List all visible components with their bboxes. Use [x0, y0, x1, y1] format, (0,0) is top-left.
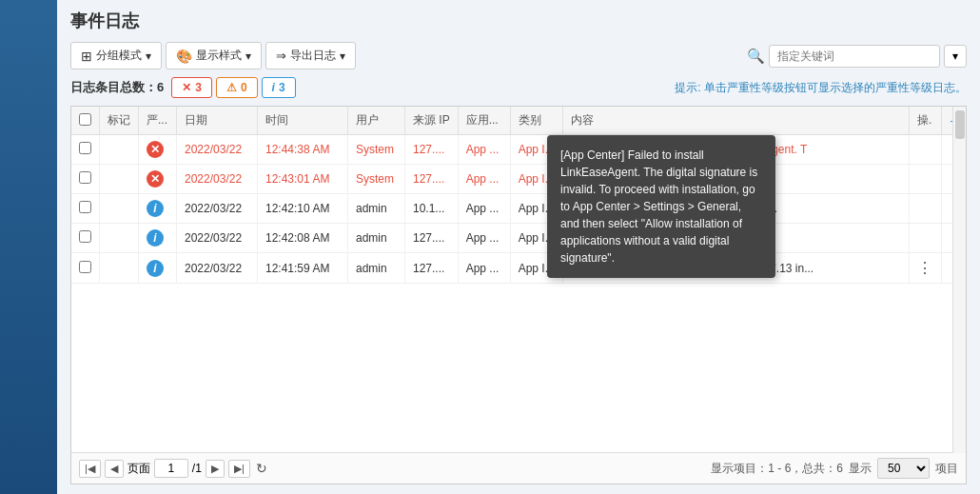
toolbar: ⊞ 分组模式 ▾ 🎨 显示样式 ▾ ⇒ 导出日志 ▾ 🔍 ▾: [70, 42, 967, 69]
group-mode-chevron-icon: ▾: [146, 49, 151, 63]
last-page-button[interactable]: ▶|: [228, 460, 250, 478]
row-severity: i: [139, 253, 177, 284]
row-user: System: [348, 165, 405, 194]
pagination-bar: |◀ ◀ 页面 /1 ▶ ▶| ↻ 显示项目：1 - 6，总共：6 显示 50 …: [71, 452, 966, 484]
select-all-header[interactable]: [71, 107, 100, 135]
tooltip-text: [App Center] Failed to install LinkEaseA…: [560, 148, 757, 265]
table-row: i 2022/03/22 12:42:10 AM admin 10.1... A…: [71, 194, 966, 224]
row-date: 2022/03/22: [177, 224, 258, 253]
display-style-label: 显示样式: [196, 48, 242, 64]
export-log-button[interactable]: ⇒ 导出日志 ▾: [265, 42, 356, 69]
row-source-ip: 127....: [405, 165, 459, 194]
display-style-icon: 🎨: [176, 49, 192, 64]
log-table: 标记 严... 日期 时间 用户 来源 IP 应用... 类别 内容 操. +: [71, 107, 966, 284]
group-mode-icon: ⊞: [81, 49, 92, 64]
row-checkbox[interactable]: [79, 171, 91, 184]
next-page-button[interactable]: ▶: [206, 460, 225, 478]
warn-count: 0: [241, 81, 247, 94]
tooltip-popup: [App Center] Failed to install LinkEaseA…: [547, 135, 775, 278]
row-checkbox[interactable]: [79, 230, 91, 243]
row-mark: [100, 165, 139, 194]
row-checkbox-cell[interactable]: [71, 224, 100, 253]
page-number-input[interactable]: [154, 459, 188, 478]
row-time: 12:41:59 AM: [258, 253, 348, 284]
table-container: 标记 严... 日期 时间 用户 来源 IP 应用... 类别 内容 操. +: [70, 106, 967, 484]
warn-triangle-icon: ⚠: [226, 81, 237, 94]
row-mark: [100, 194, 139, 224]
info-icon: i: [147, 200, 164, 217]
table-body: ✕ 2022/03/22 12:44:38 AM System 127.... …: [71, 135, 966, 284]
row-app: App ...: [458, 135, 510, 165]
search-icon-button[interactable]: 🔍: [747, 48, 765, 65]
info-circle-icon: i: [272, 81, 275, 94]
display-style-button[interactable]: 🎨 显示样式 ▾: [166, 42, 262, 69]
col-action: 操.: [910, 107, 942, 135]
row-user: admin: [348, 224, 405, 253]
row-user: admin: [348, 194, 405, 224]
filter-info-button[interactable]: i 3: [262, 77, 296, 98]
first-page-button[interactable]: |◀: [79, 460, 101, 478]
error-x-icon: ✕: [182, 81, 191, 94]
row-severity: i: [139, 224, 177, 253]
row-checkbox-cell[interactable]: [71, 253, 100, 284]
row-checkbox-cell[interactable]: [71, 194, 100, 224]
error-icon: ✕: [147, 170, 164, 188]
row-date: 2022/03/22: [177, 194, 258, 224]
row-action: [910, 224, 942, 253]
row-severity: ✕: [139, 165, 177, 194]
row-checkbox[interactable]: [79, 201, 91, 213]
table-header: 标记 严... 日期 时间 用户 来源 IP 应用... 类别 内容 操. +: [71, 107, 966, 135]
scrollbar-thumb[interactable]: [955, 110, 965, 139]
display-style-chevron-icon: ▾: [245, 49, 251, 63]
display-label: 显示: [849, 461, 872, 477]
col-source-ip: 来源 IP: [405, 107, 459, 135]
export-icon: ⇒: [276, 49, 286, 63]
row-app: App ...: [458, 253, 510, 284]
col-app: 应用...: [458, 107, 510, 135]
row-checkbox[interactable]: [79, 261, 91, 273]
error-icon: ✕: [147, 141, 164, 158]
row-action: [910, 194, 942, 224]
filter-warn-button[interactable]: ⚠ 0: [216, 77, 258, 98]
group-mode-button[interactable]: ⊞ 分组模式 ▾: [70, 42, 162, 69]
row-checkbox-cell[interactable]: [71, 135, 100, 165]
row-checkbox-cell[interactable]: [71, 165, 100, 194]
row-time: 12:42:10 AM: [258, 194, 348, 224]
col-type: 类别: [510, 107, 562, 135]
row-user: admin: [348, 253, 405, 284]
search-area: 🔍 ▾: [747, 45, 967, 68]
col-user: 用户: [348, 107, 405, 135]
row-source-ip: 127....: [405, 135, 459, 165]
summary-total: 日志条目总数：6: [70, 79, 164, 96]
col-time: 时间: [258, 107, 348, 135]
table-row: ✕ 2022/03/22 12:44:38 AM System 127.... …: [71, 135, 966, 165]
row-source-ip: 127....: [405, 224, 459, 253]
prev-page-button[interactable]: ◀: [105, 460, 124, 478]
filter-error-button[interactable]: ✕ 3: [171, 77, 212, 98]
row-time: 12:44:38 AM: [258, 135, 348, 165]
row-mark: [100, 135, 139, 165]
row-checkbox[interactable]: [79, 142, 91, 154]
search-input[interactable]: [769, 45, 940, 68]
export-log-label: 导出日志: [290, 48, 336, 64]
row-source-ip: 127....: [405, 253, 459, 284]
row-app: App ...: [458, 194, 510, 224]
row-source-ip: 10.1...: [405, 194, 459, 224]
export-chevron-icon: ▾: [340, 49, 345, 63]
refresh-button[interactable]: ↻: [254, 459, 269, 478]
table-row: i 2022/03/22 12:42:08 AM admin 127.... A…: [71, 224, 966, 253]
search-dropdown-button[interactable]: ▾: [944, 45, 967, 68]
left-sidebar: [0, 0, 57, 494]
col-severity: 严...: [139, 107, 177, 135]
per-page-select[interactable]: 50 100 200: [877, 458, 930, 479]
scrollbar[interactable]: [952, 107, 966, 453]
action-dots-icon[interactable]: ⋮: [917, 260, 933, 276]
pagination-info: 显示项目：1 - 6，总共：6 显示 50 100 200 项目: [711, 458, 958, 479]
hint-text: 提示: 单击严重性等级按钮可显示选择的严重性等级日志。: [675, 81, 967, 94]
row-time: 12:42:08 AM: [258, 224, 348, 253]
row-action[interactable]: ⋮: [910, 253, 942, 284]
unit-label: 项目: [935, 461, 958, 477]
info-icon: i: [147, 229, 164, 247]
select-all-checkbox[interactable]: [79, 113, 91, 126]
row-app: App ...: [458, 224, 510, 253]
